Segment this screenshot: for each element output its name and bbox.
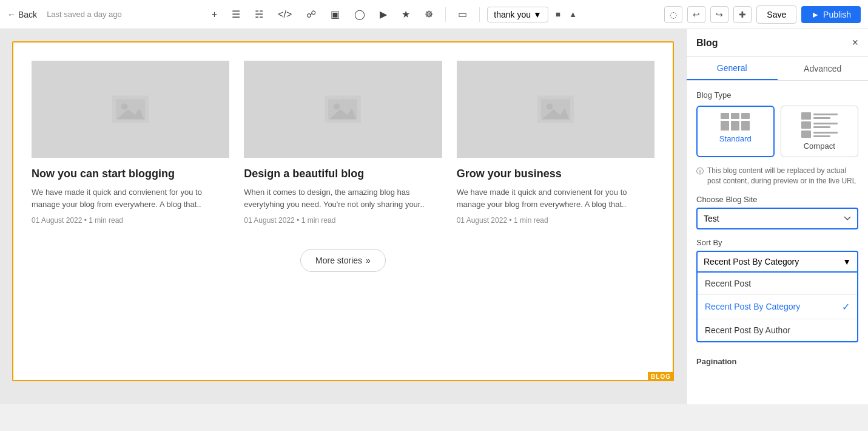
info-text: ⓘ This blog content will be replaced by … (696, 166, 858, 186)
close-panel-button[interactable]: × (852, 36, 858, 49)
history-button[interactable]: ◌ (664, 6, 682, 23)
more-stories-button[interactable]: More stories » (300, 249, 386, 272)
image-placeholder-icon (537, 94, 574, 124)
publish-label: Publish (823, 10, 851, 19)
apps-button[interactable]: ★ (397, 5, 415, 24)
redo-button[interactable]: ↪ (710, 6, 728, 23)
template-button[interactable]: ▣ (326, 5, 345, 24)
desktop-view-button[interactable]: ■ (553, 7, 563, 21)
save-button[interactable]: Save (756, 5, 796, 24)
section-button[interactable]: ▭ (453, 5, 472, 24)
page-name: thank you (494, 10, 531, 19)
back-label: Back (18, 10, 37, 19)
sort-dropdown: Recent Post By Category ▼ Recent Post Re… (696, 251, 858, 342)
image-placeholder-icon (325, 94, 361, 124)
choose-blog-site-group: Choose Blog Site Test (696, 195, 858, 229)
svg-point-2 (121, 103, 128, 110)
sort-option-recent-post[interactable]: Recent Post (698, 273, 857, 294)
toolbar-divider (445, 7, 446, 22)
pagination-label: Pagination (696, 351, 858, 366)
page-selector-chevron: ▼ (533, 10, 542, 19)
compact-label: Compact (804, 141, 835, 151)
sort-options-list: Recent Post Recent Post By Category ✓ Re… (696, 273, 858, 342)
panel-tabs: General Advanced (687, 57, 868, 81)
more-stories-container: More stories » (13, 243, 673, 290)
more-stories-icon: » (366, 256, 371, 265)
post-excerpt: When it comes to design, the amazing blo… (244, 186, 442, 210)
sort-selected-option[interactable]: Recent Post By Category ▼ (696, 251, 858, 273)
standard-label: Standard (719, 134, 752, 143)
add-element-button[interactable]: + (207, 5, 222, 24)
blog-type-label: Blog Type (696, 90, 858, 100)
info-icon: ⓘ (696, 166, 704, 186)
post-card: Design a beautiful blog When it comes to… (244, 61, 442, 225)
back-button[interactable]: ← Back (7, 10, 37, 19)
more-stories-label: More stories (315, 256, 362, 265)
image-placeholder-icon (112, 94, 149, 124)
post-image (244, 61, 442, 158)
svg-point-6 (334, 103, 340, 110)
canvas-inner: Now you can start blogging We have made … (12, 41, 674, 381)
canvas: Now you can start blogging We have made … (0, 29, 686, 404)
choose-blog-site-select[interactable]: Test (696, 208, 858, 229)
mobile-view-button[interactable]: ▲ (567, 7, 579, 21)
choose-blog-site-label: Choose Blog Site (696, 195, 858, 204)
post-title: Now you can start blogging (32, 168, 229, 180)
panel-title: Blog (696, 38, 718, 49)
mobile-button[interactable]: ☍ (301, 5, 321, 24)
panel-content: Blog Type Standard (687, 81, 868, 404)
blog-type-grid: Standard (696, 106, 858, 157)
publish-button[interactable]: ► Publish (801, 6, 861, 23)
sort-option-label: Recent Post (705, 279, 751, 288)
info-text-content: This blog content will be replaced by ac… (707, 166, 858, 186)
panel-header: Blog × (687, 29, 868, 57)
post-image (32, 61, 229, 158)
main-layout: Now you can start blogging We have made … (0, 29, 868, 404)
post-title: Design a beautiful blog (244, 168, 442, 180)
logo-button[interactable]: ☸ (420, 5, 438, 24)
code-button[interactable]: </> (273, 5, 297, 24)
standard-grid-icon (721, 113, 750, 131)
sort-option-label: Recent Post By Author (705, 325, 790, 335)
publish-icon: ► (811, 10, 819, 19)
post-excerpt: We have made it quick and convienent for… (32, 186, 229, 210)
media-button[interactable]: ▶ (375, 5, 392, 24)
post-excerpt: We have made it quick and convienent for… (457, 186, 654, 210)
sort-selected-text: Recent Post By Category (704, 257, 799, 266)
sort-by-label: Sort By (696, 238, 858, 247)
sort-option-recent-post-by-author[interactable]: Recent Post By Author (698, 319, 857, 341)
undo-button[interactable]: ↩ (687, 6, 705, 23)
sort-option-recent-post-by-category[interactable]: Recent Post By Category ✓ (698, 295, 857, 319)
sort-chevron-icon: ▼ (843, 257, 851, 266)
top-bar-right: ◌ ↩ ↪ ✚ Save ► Publish (664, 5, 861, 24)
post-card: Grow your business We have made it quick… (457, 61, 654, 225)
blog-type-compact[interactable]: Compact (781, 106, 859, 157)
pages-button[interactable]: ☵ (250, 5, 268, 24)
post-meta: 01 August 2022 • 1 min read (457, 216, 654, 225)
tab-advanced[interactable]: Advanced (778, 57, 869, 80)
post-card: Now you can start blogging We have made … (32, 61, 229, 225)
checkmark-icon: ✓ (842, 301, 850, 313)
settings-button[interactable]: ✚ (733, 6, 752, 23)
top-bar-center: + ☰ ☵ </> ☍ ▣ ◯ ▶ ★ ☸ ▭ thank you ▼ ■ ▲ (127, 5, 660, 24)
sort-option-label: Recent Post By Category (705, 302, 800, 311)
blog-type-group: Blog Type Standard (696, 90, 858, 157)
device-icons: ■ ▲ (553, 7, 579, 21)
right-panel: Blog × General Advanced Blog Type Standa… (686, 29, 868, 404)
layers-button[interactable]: ☰ (227, 5, 245, 24)
post-meta: 01 August 2022 • 1 min read (32, 216, 229, 225)
svg-point-10 (547, 103, 553, 110)
toolbar-divider-2 (479, 7, 480, 22)
page-selector[interactable]: thank you ▼ (487, 7, 548, 22)
posts-grid: Now you can start blogging We have made … (13, 42, 673, 243)
tab-general[interactable]: General (687, 57, 778, 80)
post-meta: 01 August 2022 • 1 min read (244, 216, 442, 225)
blog-type-standard[interactable]: Standard (696, 106, 775, 157)
blog-tag: BLOG (648, 372, 674, 381)
shapes-button[interactable]: ◯ (349, 5, 370, 24)
compact-icon (801, 112, 838, 138)
last-saved-text: Last saved a day ago (47, 10, 122, 19)
top-bar: ← Back Last saved a day ago + ☰ ☵ </> ☍ … (0, 0, 868, 29)
back-arrow-icon: ← (7, 10, 16, 19)
post-image (457, 61, 654, 158)
